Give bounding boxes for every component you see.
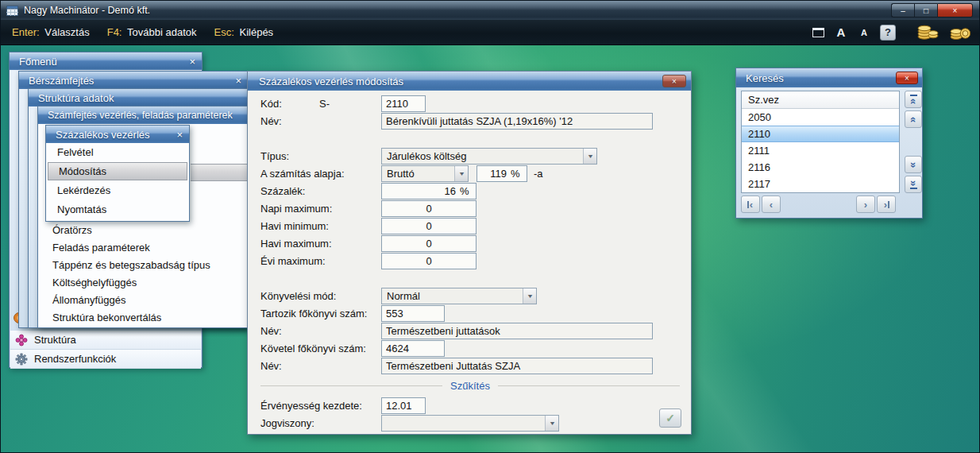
kereses-close-button[interactable]: × [896, 72, 918, 84]
dialog-title: Százalékos vezérlés módosítás [259, 76, 403, 87]
window-controls: – □ × [891, 3, 973, 17]
szazalekos-vezerles-close-icon[interactable]: × [172, 129, 183, 141]
shortcut-esc-kilepes[interactable]: Esc: Kilépés [214, 26, 274, 38]
havi-maximum-value: 0 [382, 238, 476, 250]
jogviszony-select[interactable]: ▼ [381, 415, 559, 432]
szamfejtes-vezerles-title: Számfejtés vezérlés, feladás paraméterek [48, 110, 233, 121]
page-up-button[interactable]: « [905, 110, 922, 128]
szazalek-value: 16 [382, 185, 460, 197]
chevron-right-icon: › [863, 199, 868, 210]
dialog-close-button[interactable]: × [662, 75, 686, 87]
shortcut-f4-tovabbi-adatok[interactable]: F4: További adatok [107, 26, 197, 38]
kovetel-nev-input[interactable] [381, 358, 653, 374]
shortcut-enter-valasztas[interactable]: Enter: Választás [12, 26, 90, 38]
field-row-szamitas-alapja: A számítás alapja: Bruttó ▼ 119 % -a [260, 165, 680, 182]
font-increase-button[interactable]: A [834, 24, 848, 41]
confirm-button[interactable]: ✓ [659, 408, 681, 428]
struktura-adatok-header: Struktúra adatok [29, 89, 248, 106]
last-record-button[interactable]: › [877, 196, 896, 213]
szazalekos-vezerles-body: Felvétel Módosítás Lekérdezés Nyomtatás [46, 143, 189, 221]
szamfejtes-vezerles-header: Számfejtés vezérlés, feladás paraméterek [38, 106, 248, 124]
kovetel-input[interactable] [381, 340, 445, 357]
double-chevron-up-icon: « [909, 99, 917, 103]
minimize-button[interactable]: – [891, 3, 914, 17]
list-item-selected[interactable]: 2110 [742, 126, 899, 142]
menu-item-nyomtatas[interactable]: Nyomtatás [46, 200, 189, 219]
list-item[interactable]: 2116 [742, 159, 899, 176]
list-item[interactable]: 2050 [742, 109, 899, 126]
havi-maximum-input[interactable]: 0 [381, 235, 476, 252]
font-large-icon: A [837, 25, 846, 39]
selected-parent-item-highlight [191, 164, 248, 181]
berszamfejtes-close-icon[interactable]: × [230, 75, 241, 87]
field-row-kovetel: Követel főkönyvi szám: [260, 340, 680, 357]
menu-item-koltseghelyfugges[interactable]: Költséghelyfüggés [38, 274, 248, 292]
money-icon[interactable] [950, 24, 971, 41]
evi-maximum-label: Évi maximum: [260, 255, 326, 267]
field-row-szazalek: Százalék: 16 % [260, 183, 680, 199]
field-row-tartozik-nev: Név: [260, 323, 680, 339]
list-item[interactable]: 2117 [742, 176, 899, 192]
chevron-left-icon: ‹ [769, 199, 774, 210]
close-button[interactable]: × [937, 3, 973, 17]
havi-minimum-input[interactable]: 0 [381, 218, 476, 234]
menu-item-rendszerfunkciok[interactable]: Rendszerfunkciók [10, 350, 201, 369]
menu-item-oratorzs[interactable]: Óratörzs [38, 222, 248, 239]
menu-item-struktura-bekonvertalas[interactable]: Struktúra bekonvertálás [38, 309, 248, 327]
menu-item-tappenz[interactable]: Táppénz és betegszabadság típus [38, 257, 248, 274]
konyvelesi-mod-select[interactable]: Normál ▼ [381, 288, 537, 304]
ervenyesseg-input[interactable] [381, 397, 426, 414]
napi-maximum-input[interactable]: 0 [381, 200, 476, 217]
berszamfejtes-header: Bérszámfejtés × [19, 72, 248, 89]
window-title: Nagy Machinátor - Demó kft. [24, 5, 150, 16]
next-record-button[interactable]: › [856, 196, 875, 213]
konyvelesi-mod-value: Normál [382, 290, 523, 302]
window-mode-button[interactable] [811, 24, 825, 41]
field-row-kovetel-nev: Név: [260, 358, 680, 374]
szamitas-alapja-select[interactable]: Bruttó ▼ [381, 165, 469, 182]
scroll-to-bottom-button[interactable]: » [905, 176, 922, 193]
field-row-tipus: Típus: Járulékos költség ▼ [260, 148, 680, 165]
font-decrease-button[interactable]: A [857, 24, 871, 41]
menu-item-felvetel[interactable]: Felvétel [46, 143, 189, 162]
menu-item-lekerdezes[interactable]: Lekérdezés [46, 181, 189, 200]
menu-item-label: Struktúra [34, 334, 76, 346]
toolbar: A A ? [811, 24, 971, 41]
alap-percent-value: 119 [477, 168, 511, 180]
kod-input[interactable] [381, 95, 426, 112]
napi-maximum-value: 0 [382, 203, 476, 215]
menu-item-feladas-parameterek[interactable]: Feladás paraméterek [38, 239, 248, 257]
field-row-tartozik: Tartozik főkönyvi szám: [260, 305, 680, 322]
field-row-havi-minimum: Havi minimum: 0 [260, 218, 680, 234]
menu-item-allomanyfugges[interactable]: Állományfüggés [38, 292, 248, 309]
page-down-button[interactable]: » [905, 156, 922, 173]
maximize-button[interactable]: □ [914, 3, 937, 17]
tipus-select[interactable]: Járulékos költség ▼ [381, 148, 597, 165]
nev-input[interactable] [381, 113, 653, 130]
szukites-link[interactable]: Szűkítés [442, 380, 498, 392]
scroll-to-top-button[interactable]: « [905, 91, 922, 108]
menu-item-modositas[interactable]: Módosítás [48, 162, 187, 180]
list-item[interactable]: 2111 [742, 142, 899, 159]
fomenu-close-icon[interactable]: × [184, 56, 195, 68]
column-header-szvez[interactable]: Sz.vez [742, 91, 899, 109]
szukites-divider: Szűkítés [260, 380, 680, 392]
szazalek-label: Százalék: [260, 185, 305, 197]
dialog-szazalekos-vezerles-modositas: Százalékos vezérlés módosítás × Kód: S- … [247, 71, 692, 435]
alap-percent-input[interactable]: 119 % [476, 165, 527, 182]
shortcut-label: További adatok [127, 26, 196, 38]
evi-maximum-input[interactable]: 0 [381, 253, 476, 269]
tartozik-input[interactable] [381, 305, 445, 322]
szazalek-input[interactable]: 16 % [381, 183, 476, 199]
tartozik-nev-input[interactable] [381, 323, 653, 339]
first-record-button[interactable]: ‹ [741, 196, 760, 213]
help-button[interactable]: ? [880, 25, 896, 41]
szazalekos-vezerles-header: Százalékos vezérlés × [46, 126, 189, 143]
kod-label: Kód: [260, 98, 282, 110]
coins-stack-icon[interactable] [917, 24, 939, 41]
previous-record-button[interactable]: ‹ [762, 196, 781, 213]
shortcut-key: Enter: [12, 26, 40, 38]
menu-item-struktura[interactable]: Struktúra [10, 331, 201, 350]
application-window: Nagy Machinátor - Demó kft. – □ × Enter:… [0, 0, 980, 453]
szamitas-alapja-value: Bruttó [382, 168, 454, 180]
